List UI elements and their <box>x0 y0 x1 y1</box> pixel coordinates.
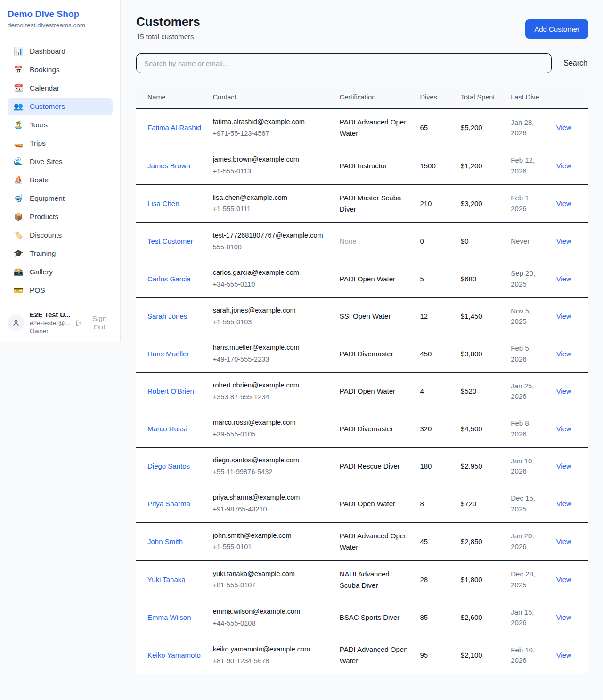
sidebar-item-label: Calendar <box>30 84 59 92</box>
package-icon: 📦 <box>13 213 24 221</box>
customer-total-spent: $3,800 <box>455 335 505 373</box>
view-customer-link[interactable]: View <box>556 237 571 245</box>
customer-view-cell: View <box>551 560 588 599</box>
view-customer-link[interactable]: View <box>556 462 571 470</box>
sidebar-item-discounts[interactable]: 🏷️Discounts <box>8 226 113 244</box>
search-button[interactable]: Search <box>562 56 588 70</box>
customer-name-link[interactable]: Carlos Garcia <box>147 275 191 283</box>
sidebar-item-label: Gallery <box>30 268 53 276</box>
sailboat-icon: ⛵ <box>13 176 24 184</box>
view-customer-link[interactable]: View <box>556 350 571 358</box>
customer-name-link[interactable]: Priya Sharma <box>147 500 190 508</box>
customer-phone: +91-98765-43210 <box>213 504 328 515</box>
sidebar-item-products[interactable]: 📦Products <box>8 208 113 226</box>
customer-name-link[interactable]: Fatima Al-Rashid <box>147 124 201 132</box>
view-customer-link[interactable]: View <box>556 124 571 132</box>
customer-name-cell: Emma Wilson <box>136 599 207 636</box>
customer-contact-cell: robert.obrien@example.com+353-87-555-123… <box>207 372 334 410</box>
customer-contact-cell: james.brown@example.com+1-555-0113 <box>207 147 334 185</box>
sidebar-item-dashboard[interactable]: 📊Dashboard <box>8 42 113 60</box>
view-customer-link[interactable]: View <box>556 162 571 170</box>
customer-name-link[interactable]: Sarah Jones <box>147 312 187 320</box>
customer-last-dive: Jan 20, 2026 <box>505 522 550 560</box>
view-customer-link[interactable]: View <box>556 387 571 395</box>
column-header-name: Name <box>136 86 207 109</box>
customer-last-dive: Jan 15, 2026 <box>505 599 550 636</box>
camera-flash-icon: 📸 <box>13 268 24 276</box>
sidebar-item-pos[interactable]: 💳POS <box>8 281 113 299</box>
sidebar-item-customers[interactable]: 👥Customers <box>8 98 113 115</box>
label-tag-icon: 🏷️ <box>13 231 24 239</box>
customer-last-dive: Nov 5, 2025 <box>505 297 550 335</box>
sidebar-item-training[interactable]: 🎓Training <box>8 245 113 263</box>
credit-card-icon: 💳 <box>13 287 24 294</box>
search-input[interactable] <box>136 53 552 73</box>
customer-name-link[interactable]: Test Customer <box>147 237 193 245</box>
customer-name-link[interactable]: James Brown <box>147 162 190 170</box>
customer-name-cell: Yuki Tanaka <box>136 560 207 599</box>
column-header-dives: Dives <box>414 86 455 109</box>
sidebar-item-equipment[interactable]: 🤿Equipment <box>8 189 113 207</box>
add-customer-button[interactable]: Add Customer <box>525 19 588 39</box>
sidebar-item-boats[interactable]: ⛵Boats <box>8 171 113 189</box>
customer-name-cell: Carlos Garcia <box>136 260 207 298</box>
view-customer-link[interactable]: View <box>556 425 571 433</box>
sidebar-item-trips[interactable]: 🚤Trips <box>8 134 113 152</box>
customer-total-spent: $1,800 <box>455 560 505 599</box>
customer-phone: +81-90-1234-5678 <box>213 656 328 667</box>
customer-view-cell: View <box>551 335 588 373</box>
sidebar-item-label: Dive Sites <box>30 157 63 166</box>
view-customer-link[interactable]: View <box>556 275 571 283</box>
view-customer-link[interactable]: View <box>556 576 571 584</box>
customer-phone: +971-55-123-4567 <box>213 129 328 139</box>
sidebar-item-dive-sites[interactable]: 🌊Dive Sites <box>8 153 113 171</box>
view-customer-link[interactable]: View <box>556 199 571 207</box>
people-icon: 👥 <box>13 103 24 110</box>
customer-certification: PADI Advanced Open Water <box>334 522 415 560</box>
table-row: Carlos Garciacarlos.garcia@example.com+3… <box>136 260 588 298</box>
customer-phone: +1-555-0101 <box>213 542 328 552</box>
table-row: James Brownjames.brown@example.com+1-555… <box>136 147 588 185</box>
customer-name-link[interactable]: Robert O'Brien <box>147 387 194 395</box>
customer-email: priya.sharma@example.com <box>213 493 328 503</box>
customer-dives: 320 <box>414 410 455 448</box>
customer-name-link[interactable]: Hans Mueller <box>147 350 189 358</box>
sidebar-item-label: Training <box>30 249 56 258</box>
customer-total-spent: $4,500 <box>455 410 505 448</box>
diving-mask-icon: 🤿 <box>13 195 24 202</box>
customer-total-spent: $3,200 <box>455 184 505 222</box>
sidebar-item-calendar[interactable]: 📆Calendar <box>8 79 113 97</box>
customer-count: 15 total customers <box>136 33 200 41</box>
customer-certification: PADI Divemaster <box>334 410 415 448</box>
sign-out-button[interactable]: Sign Out <box>75 314 113 331</box>
view-customer-link[interactable]: View <box>556 312 571 320</box>
sidebar-item-label: Bookings <box>30 66 60 74</box>
customer-view-cell: View <box>551 147 588 185</box>
customer-view-cell: View <box>551 372 588 410</box>
table-row: Hans Muellerhans.mueller@example.com+49-… <box>136 335 588 373</box>
sidebar-item-label: POS <box>30 286 45 295</box>
customer-name-link[interactable]: Lisa Chen <box>147 199 179 207</box>
sidebar-item-gallery[interactable]: 📸Gallery <box>8 263 113 281</box>
customer-contact-cell: carlos.garcia@example.com+34-555-0110 <box>207 260 334 298</box>
sidebar-item-label: Equipment <box>30 194 65 203</box>
customer-name-link[interactable]: John Smith <box>147 537 183 545</box>
customer-name-cell: Test Customer <box>136 222 207 260</box>
sidebar-item-bookings[interactable]: 📅Bookings <box>8 61 113 79</box>
view-customer-link[interactable]: View <box>556 651 571 659</box>
sidebar-item-tours[interactable]: 🏝️Tours <box>8 116 113 134</box>
table-row: Yuki Tanakayuki.tanaka@example.com+81-55… <box>136 560 588 599</box>
customer-certification: PADI Master Scuba Diver <box>334 184 415 222</box>
customer-contact-cell: john.smith@example.com+1-555-0101 <box>207 522 334 560</box>
main-content: Customers 15 total customers Add Custome… <box>121 0 603 688</box>
customer-name-link[interactable]: Marco Rossi <box>147 425 187 433</box>
view-customer-link[interactable]: View <box>556 500 571 508</box>
customer-contact-cell: hans.mueller@example.com+49-170-555-2233 <box>207 335 334 373</box>
view-customer-link[interactable]: View <box>556 537 571 545</box>
customer-name-link[interactable]: Diego Santos <box>147 462 190 470</box>
customer-name-link[interactable]: Yuki Tanaka <box>147 576 186 584</box>
sidebar-nav: 📊Dashboard📅Bookings📆Calendar👥Customers🏝️… <box>0 36 120 305</box>
customer-name-link[interactable]: Keiko Yamamoto <box>147 651 201 659</box>
view-customer-link[interactable]: View <box>556 613 571 621</box>
customer-name-link[interactable]: Emma Wilson <box>147 613 191 621</box>
